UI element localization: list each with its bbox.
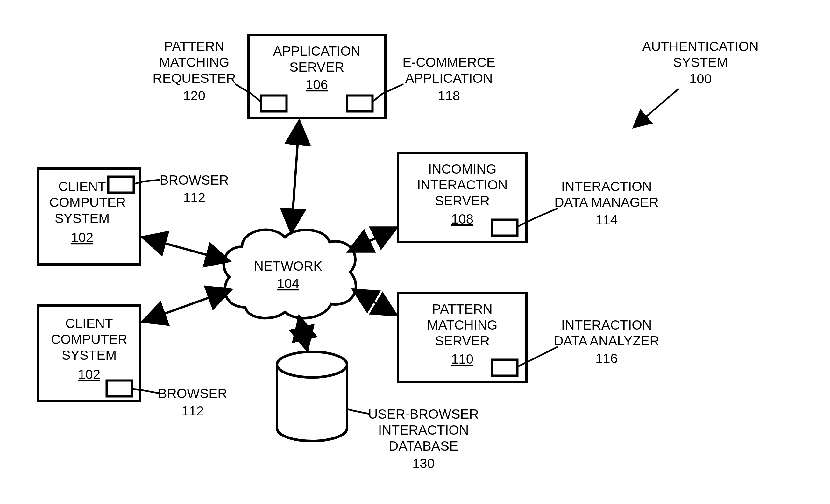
title-text-1: AUTHENTICATION [642,39,759,54]
browser1-icon [108,177,134,193]
pmr-l2: MATCHING [159,55,229,70]
b2-leader [132,389,159,393]
ecom-l2: APPLICATION [405,71,493,86]
db-l2: INTERACTION [378,422,469,437]
net-num: 104 [277,276,299,291]
network-node: NETWORK 104 [224,230,356,318]
c1-l1: CLIENT [58,179,106,194]
ecom-leader [373,84,403,102]
database-node: USER-BROWSER INTERACTION DATABASE 130 [277,352,479,471]
pm-num: 110 [451,351,473,367]
pmr-icon [261,96,287,112]
ecom-icon [347,96,373,112]
title-arrow [634,89,678,127]
in-l1: INCOMING [428,161,497,177]
b1-label: BROWSER [160,172,229,188]
ida-l1: INTERACTION [561,317,652,333]
b1-leader [134,180,159,184]
ecom-l1: E-COMMERCE [403,55,496,70]
conn-network-incoming [349,228,396,252]
pmr-callout: PATTERN MATCHING REQUESTER 120 [153,39,261,103]
app-server-num: 106 [306,77,328,92]
pattern-node: PATTERN MATCHING SERVER 110 [398,293,526,382]
idm-num: 114 [595,212,618,227]
ida-l2: DATA ANALYZER [554,333,659,348]
db-l3: DATABASE [389,438,458,453]
application-server-node: APPLICATION SERVER 106 [248,35,385,118]
c2-l1: CLIENT [65,316,113,331]
browser1-callout: BROWSER 112 [134,172,229,205]
idm-icon [492,220,517,235]
conn-network-pattern [353,290,396,315]
c2-num: 102 [78,367,100,382]
conn-network-database [299,317,307,350]
title-num: 100 [689,71,711,86]
ida-icon [492,360,517,376]
svg-point-6 [277,352,347,377]
db-l1: USER-BROWSER [368,407,479,421]
b1-num: 112 [183,190,205,205]
ida-callout: INTERACTION DATA ANALYZER 116 [517,317,659,367]
pmr-num: 120 [183,88,205,103]
b2-label: BROWSER [158,386,227,401]
app-server-line2: SERVER [289,60,344,74]
ecom-callout: E-COMMERCE APPLICATION 118 [373,55,496,103]
net-label: NETWORK [254,258,322,274]
c1-num: 102 [71,230,93,245]
pm-l2: MATCHING [427,317,498,333]
c2-l2: COMPUTER [51,332,127,347]
in-l3: SERVER [435,193,490,208]
conn-client1-network [142,237,229,261]
c2-l3: SYSTEM [62,348,117,363]
ida-leader [517,347,557,367]
pm-l1: PATTERN [432,302,492,316]
ida-num: 116 [595,351,618,366]
db-leader [347,409,369,414]
in-num: 108 [451,212,473,226]
db-num: 130 [412,456,435,471]
pmr-l3: REQUESTER [153,71,235,86]
pmr-l1: PATTERN [164,39,224,54]
ecom-num: 118 [438,88,460,103]
client2-node: CLIENT COMPUTER SYSTEM 102 [38,306,140,401]
conn-client2-network [142,290,231,321]
idm-callout: INTERACTION DATA MANAGER 114 [517,179,659,227]
idm-l2: DATA MANAGER [554,195,659,210]
in-l2: INTERACTION [417,177,508,192]
client1-node: CLIENT COMPUTER SYSTEM 102 [38,169,140,264]
c1-l3: SYSTEM [55,211,110,226]
b2-num: 112 [182,403,204,418]
system-title: AUTHENTICATION SYSTEM 100 [634,39,759,127]
incoming-node: INCOMING INTERACTION SERVER 108 [398,153,526,242]
c1-l2: COMPUTER [49,195,126,210]
browser2-callout: BROWSER 112 [132,386,227,418]
title-text-2: SYSTEM [673,55,728,70]
conn-appserver-network [291,121,299,232]
idm-leader [517,209,557,227]
idm-l1: INTERACTION [561,179,652,194]
pm-l3: SERVER [435,333,490,348]
app-server-line1: APPLICATION [273,43,361,59]
browser2-icon [107,380,132,397]
diagram-canvas: AUTHENTICATION SYSTEM 100 APPLICATION SE… [0,0,830,504]
